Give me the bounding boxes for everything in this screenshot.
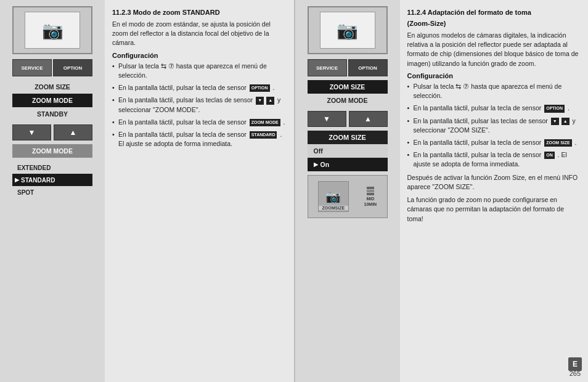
camera-small-icon: 📷	[325, 189, 341, 204]
mid-label: MID	[366, 197, 374, 201]
left-arrow-down[interactable]: ▼	[12, 124, 51, 140]
timer-label: 10MIN	[364, 202, 377, 206]
right-camera-screen-inner: 📷	[320, 12, 375, 49]
badge-r-zoom-size: ZOOM SIZE	[544, 139, 572, 147]
left-arrow-up[interactable]: ▲	[54, 124, 92, 140]
right-arrow-up[interactable]: ▲	[349, 111, 388, 127]
left-submenu-spot[interactable]: SPOT	[12, 186, 92, 198]
bar-seg-2	[367, 190, 374, 192]
left-submenu-list: EXTENDED ▶ STANDARD SPOT	[12, 161, 92, 198]
page-number: 265	[570, 370, 581, 377]
right-section-title: 11.2.4 Adaptación del formato de toma	[407, 9, 581, 16]
right-arrow-down[interactable]: ▼	[308, 111, 346, 127]
badge-r-option: OPTION	[544, 105, 565, 112]
right-service-option-row: SERVICE OPTION	[308, 59, 388, 76]
right-after-bullet-2: La función grado de zoom no puede config…	[407, 195, 581, 224]
right-bullet-4: En la pantalla táctil, pulsar la tecla d…	[407, 150, 581, 169]
right-bullet-2: En la pantalla táctil, pulsar las teclas…	[407, 116, 581, 135]
right-camera-small: 📷 ZOOMSIZE	[318, 181, 349, 212]
right-zoom-on[interactable]: ▶ On	[308, 158, 388, 171]
left-bullet-1: En la pantalla táctil, pulsar la tecla d…	[112, 83, 287, 92]
right-zoom-on-arrow: ▶	[314, 161, 318, 168]
left-service-btn[interactable]: SERVICE	[12, 59, 52, 76]
badge-r-up: ▲	[561, 118, 570, 125]
right-body-text: En algunos modelos de cámaras digitales,…	[407, 31, 581, 68]
left-device-panel: 📷 SERVICE OPTION ZOOM SIZE ZOOM MODE STA…	[0, 0, 105, 382]
left-submenu-standard[interactable]: ▶ STANDARD	[12, 174, 92, 186]
right-menu-zoom-mode[interactable]: ZOOM MODE	[308, 94, 388, 107]
right-bullet-3: En la pantalla táctil, pulsar la tecla d…	[407, 138, 581, 147]
left-submenu-standard-label: STANDARD	[21, 177, 55, 184]
left-submenu-standard-arrow: ▶	[15, 177, 19, 183]
left-submenu-title-wrap: ZOOM MODE	[12, 144, 92, 158]
right-option-btn[interactable]: OPTION	[348, 59, 388, 76]
left-section-title: 11.2.3 Modo de zoom STANDARD	[112, 9, 287, 16]
right-after-bullet-1: Después de activar la función Zoom Size,…	[407, 173, 581, 192]
bar-seg-3	[367, 193, 374, 195]
badge-zoom-mode: ZOOM MODE	[250, 119, 280, 126]
badge-r-down: ▼	[551, 118, 559, 125]
left-menu-standby[interactable]: STANDBY	[12, 107, 92, 121]
badge-option-1: OPTION	[250, 84, 270, 92]
left-config-title: Configuración	[112, 52, 287, 59]
left-menu-list: ZOOM SIZE ZOOM MODE STANDBY	[12, 80, 92, 121]
left-section: 📷 SERVICE OPTION ZOOM SIZE ZOOM MODE STA…	[0, 0, 294, 382]
right-bottom-info: 📷 ZOOMSIZE MID 10MIN	[308, 175, 388, 218]
badge-r-on: ON	[544, 152, 555, 159]
left-arrow-row: ▼ ▲	[12, 124, 92, 140]
left-camera-screen: 📷	[12, 6, 92, 54]
right-camera-icon: 📷	[337, 20, 358, 41]
right-bullet-0: Pulsar la tecla ⇆ ⑦ hasta que aparezca e…	[407, 82, 581, 100]
left-menu-zoom-size[interactable]: ZOOM SIZE	[12, 80, 92, 94]
zoomsize-label: ZOOMSIZE	[319, 206, 348, 210]
right-service-btn[interactable]: SERVICE	[308, 59, 347, 76]
left-bullet-0: Pulsar la tecla ⇆ ⑦ hasta que aparezca e…	[112, 62, 287, 80]
e-badge: E	[568, 357, 582, 371]
right-arrow-row: ▼ ▲	[308, 111, 388, 127]
left-option-btn[interactable]: OPTION	[53, 59, 92, 76]
right-zoom-off[interactable]: Off	[308, 144, 388, 158]
badge-up-1: ▲	[266, 97, 274, 104]
left-submenu-extended[interactable]: EXTENDED	[12, 161, 92, 174]
left-bullet-4: En la pantalla táctil, pulsar la tecla d…	[112, 130, 287, 148]
left-text: 11.2.3 Modo de zoom STANDARD En el modo …	[105, 0, 294, 382]
left-bullet-3: En la pantalla táctil, pulsar la tecla d…	[112, 118, 287, 127]
page: 📷 SERVICE OPTION ZOOM SIZE ZOOM MODE STA…	[0, 0, 588, 382]
right-timer-col: MID 10MIN	[364, 187, 377, 206]
right-zoom-size-header: ZOOM SIZE	[308, 131, 388, 144]
left-submenu-title: ZOOM MODE	[12, 144, 92, 158]
left-body-text: En el modo de zoom estándar, se ajusta l…	[112, 20, 287, 48]
left-camera-icon: 📷	[42, 20, 63, 41]
right-zoom-on-label: On	[321, 161, 330, 168]
right-config-title: Configuración	[407, 72, 581, 79]
right-text: 11.2.4 Adaptación del formato de toma (Z…	[400, 0, 589, 382]
badge-standard: STANDARD	[250, 131, 277, 139]
left-bullet-2: En la pantalla táctil, pulsar las teclas…	[112, 96, 287, 114]
bar-seg-1	[367, 187, 374, 189]
left-service-option-row: SERVICE OPTION	[12, 59, 92, 76]
right-menu-zoom-size[interactable]: ZOOM SIZE	[308, 80, 388, 94]
right-camera-screen: 📷	[308, 6, 388, 54]
right-bullet-1: En la pantalla táctil, pulsar la tecla d…	[407, 104, 581, 113]
left-menu-zoom-mode[interactable]: ZOOM MODE	[12, 94, 92, 107]
right-zoom-size-panel: ZOOM SIZE Off ▶ On	[308, 131, 388, 171]
right-menu-list: ZOOM SIZE ZOOM MODE	[308, 80, 388, 107]
right-section-subtitle: (Zoom-Size)	[407, 20, 581, 27]
badge-down-1: ▼	[256, 97, 264, 104]
right-section: 📷 SERVICE OPTION ZOOM SIZE ZOOM MODE ▼ ▲…	[295, 0, 589, 382]
bar-chart	[367, 187, 374, 195]
right-device-panel: 📷 SERVICE OPTION ZOOM SIZE ZOOM MODE ▼ ▲…	[295, 0, 400, 382]
left-camera-screen-inner: 📷	[25, 12, 80, 49]
